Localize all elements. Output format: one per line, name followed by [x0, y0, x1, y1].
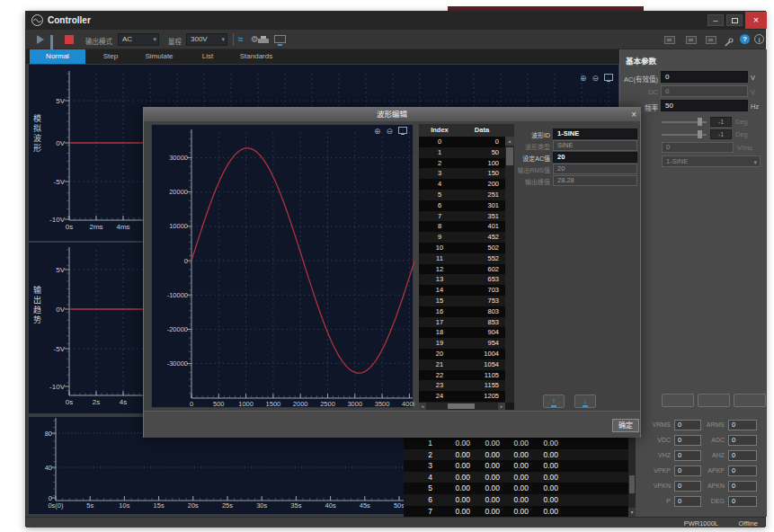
- window-tool-icon-1[interactable]: [664, 36, 675, 44]
- app-window: Controller – × 输出模式 AC ▾ 量程 300V ▾ ≈ ⚙ ?…: [25, 11, 766, 527]
- table-body[interactable]: 0015021003150420052516301735184019452105…: [419, 137, 505, 403]
- output-peak-input[interactable]: 28.28: [553, 175, 637, 186]
- aux-button-3[interactable]: [734, 394, 766, 407]
- table-row[interactable]: 18904: [419, 327, 505, 338]
- scrollbar-thumb[interactable]: [629, 475, 635, 493]
- table-row[interactable]: 15753: [419, 296, 505, 306]
- table-row[interactable]: 00: [419, 137, 505, 147]
- zoom-in-icon[interactable]: ⊕: [580, 74, 587, 83]
- download-icon: ↓: [583, 396, 589, 407]
- stop-icon[interactable]: [65, 35, 74, 44]
- table-row[interactable]: 5251: [419, 190, 505, 200]
- output-rms-input[interactable]: 20: [553, 164, 637, 174]
- output-mode-select[interactable]: AC ▾: [118, 33, 159, 46]
- waveform-preview-chart[interactable]: ⊕ ⊖ 3000020000100000-10000-20000-3000005…: [151, 124, 414, 408]
- aux-button-1[interactable]: [662, 394, 694, 407]
- param-input[interactable]: 0: [661, 85, 748, 97]
- download-button[interactable]: ↓: [574, 395, 596, 408]
- table-row[interactable]: 10502: [419, 243, 505, 253]
- slider-handle[interactable]: [698, 118, 702, 126]
- table-row[interactable]: 231155: [419, 380, 505, 391]
- display-icon[interactable]: [274, 35, 286, 43]
- table-row[interactable]: 20.000.000.000.00: [404, 449, 630, 461]
- play-icon[interactable]: [37, 35, 44, 44]
- table-row[interactable]: 221105: [419, 370, 505, 381]
- table-row[interactable]: 201004: [419, 349, 505, 359]
- y-tick-label: 0V: [56, 306, 65, 314]
- scroll-left-icon[interactable]: ◂: [419, 403, 426, 410]
- table-row[interactable]: 13653: [419, 274, 505, 285]
- window-tool-icon-2[interactable]: [686, 36, 697, 44]
- table-row[interactable]: 19954: [419, 338, 505, 349]
- pause-icon[interactable]: [50, 35, 58, 44]
- y-tick-label: 10000: [169, 222, 188, 230]
- table-row[interactable]: 6301: [419, 200, 505, 211]
- index-cell: 18: [419, 327, 460, 338]
- x-tick-label: 2ms: [89, 223, 102, 231]
- waveform-select[interactable]: 1-SINE ▾: [662, 155, 761, 167]
- tab-simulate[interactable]: Simulate: [136, 49, 182, 64]
- tab-step[interactable]: Step: [87, 49, 134, 64]
- dialog-titlebar[interactable]: 波形编辑: [144, 108, 640, 121]
- table-row[interactable]: 17853: [419, 317, 505, 328]
- range-select[interactable]: 300V ▾: [186, 33, 227, 46]
- ok-button[interactable]: 确定: [612, 419, 639, 432]
- table-row[interactable]: 10.000.000.000.00: [404, 438, 630, 449]
- table-horizontal-scrollbar[interactable]: ◂ ▸: [419, 403, 505, 410]
- table-row[interactable]: 211054: [419, 359, 505, 370]
- tab-normal[interactable]: Normal: [30, 49, 85, 64]
- table-row[interactable]: 9452: [419, 232, 505, 243]
- tab-list[interactable]: List: [184, 49, 231, 64]
- dialog-close-icon[interactable]: ×: [631, 108, 636, 121]
- set-ac-value-input[interactable]: 20: [553, 152, 637, 163]
- table-row[interactable]: 70.000.000.000.00: [404, 506, 630, 518]
- table-row[interactable]: 11552: [419, 253, 505, 264]
- help-icon[interactable]: ?: [740, 34, 750, 44]
- window-tool-icon-3[interactable]: [706, 36, 716, 44]
- scrollbar-thumb[interactable]: [448, 403, 475, 409]
- table-row[interactable]: 50.000.000.000.00: [404, 483, 630, 494]
- table-row[interactable]: 60.000.000.000.00: [404, 494, 630, 506]
- waveform-type-input[interactable]: SINE: [553, 140, 637, 151]
- zoom-out-icon[interactable]: ⊖: [386, 127, 393, 136]
- table-row[interactable]: 12602: [419, 264, 505, 275]
- scroll-right-icon[interactable]: ▸: [498, 403, 505, 410]
- table-row[interactable]: 14703: [419, 285, 505, 296]
- param-input[interactable]: 0: [661, 71, 748, 83]
- table-cell: 0.00: [530, 460, 560, 472]
- tab-standards[interactable]: Standards: [233, 49, 280, 64]
- slider-handle[interactable]: [698, 130, 702, 138]
- scroll-down-icon[interactable]: ▾: [628, 508, 636, 517]
- param-input[interactable]: 50: [661, 100, 748, 111]
- table-row[interactable]: 40.000.000.000.00: [404, 472, 630, 483]
- measurement-value: 0: [674, 466, 701, 476]
- upload-button[interactable]: ↑: [543, 395, 565, 408]
- close-button[interactable]: ×: [745, 12, 767, 29]
- table-row[interactable]: 2100: [419, 158, 505, 169]
- y-tick-label: 0V: [56, 139, 65, 147]
- table-row[interactable]: 7351: [419, 211, 505, 222]
- zoom-out-icon[interactable]: ⊖: [592, 74, 599, 83]
- maximize-button[interactable]: [726, 14, 743, 26]
- table-row[interactable]: 8401: [419, 221, 505, 232]
- table-row[interactable]: 150: [419, 147, 505, 158]
- waveform-icon[interactable]: ≈: [238, 34, 244, 45]
- zoom-in-icon[interactable]: ⊕: [374, 127, 381, 136]
- minimize-button[interactable]: –: [707, 14, 724, 26]
- data-cell: 552: [460, 253, 503, 264]
- table-row[interactable]: 3150: [419, 168, 505, 179]
- y-tick-label: -30000: [167, 359, 188, 368]
- slew-rate-input[interactable]: 0: [662, 142, 734, 153]
- table-row[interactable]: 30.000.000.000.00: [404, 460, 630, 472]
- measurement-table-scrollbar[interactable]: ▾: [628, 438, 636, 517]
- waveform-id-input[interactable]: 1-SINE: [553, 129, 637, 139]
- table-row[interactable]: 16803: [419, 306, 505, 317]
- fullscreen-icon[interactable]: [398, 127, 407, 134]
- info-icon[interactable]: i: [754, 34, 764, 44]
- device-model: PWR1000L: [684, 519, 718, 528]
- printer-icon[interactable]: [258, 36, 269, 44]
- aux-button-2[interactable]: [698, 394, 730, 407]
- table-row[interactable]: 4200: [419, 179, 505, 190]
- table-row[interactable]: 241205: [419, 391, 505, 402]
- fullscreen-icon[interactable]: [604, 74, 613, 81]
